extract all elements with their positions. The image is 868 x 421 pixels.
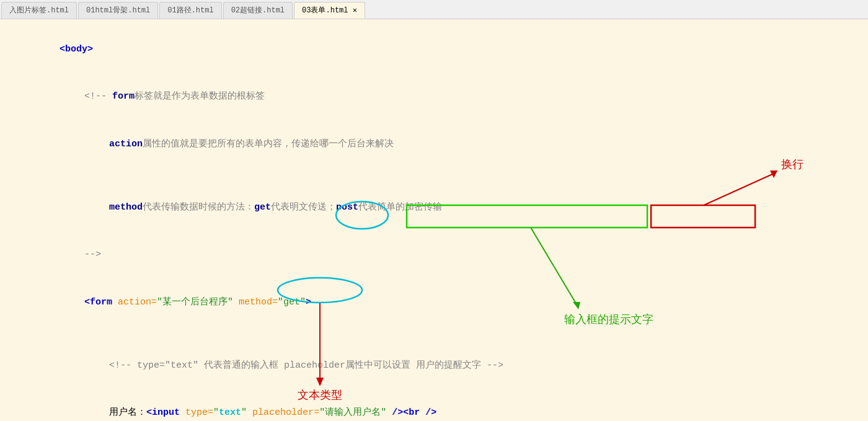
code-line-blank2 [12, 326, 856, 342]
tab-bar: 入图片标签.html 01html骨架.html 01路径.html 02超链接… [0, 0, 868, 19]
tab-image[interactable]: 入图片标签.html [1, 2, 77, 19]
code-line-comment2: action属性的值就是要把所有的表单内容，传递给哪一个后台来解决 [12, 120, 856, 168]
code-line-blank1 [12, 168, 856, 184]
tab-html-skeleton[interactable]: 01html骨架.html [78, 2, 158, 19]
tab-path[interactable]: 01路径.html [159, 2, 221, 19]
code-line-username-input: 用户名：<input type="text" placeholder="请输入用… [12, 389, 856, 422]
code-area: <body> <!-- form标签就是作为表单数据的根标签 action属性的… [0, 19, 868, 421]
code-line-form-open: <form action="某一个后台程序" method="get"> [12, 278, 856, 326]
code-line-body-open: <body> [12, 25, 856, 73]
code-line-comment3: method代表传输数据时候的方法：get代表明文传送；post代表简单的加密传… [12, 184, 856, 231]
code-line-comment1: <!-- form标签就是作为表单数据的根标签 [12, 73, 856, 121]
tab-hyperlink[interactable]: 02超链接.html [223, 2, 293, 19]
tab-form[interactable]: 03表单.html ✕ [294, 2, 365, 19]
code-line-type-comment: <!-- type="text" 代表普通的输入框 placeholder属性中… [12, 342, 856, 389]
code-line-comment-end: --> [12, 231, 856, 279]
